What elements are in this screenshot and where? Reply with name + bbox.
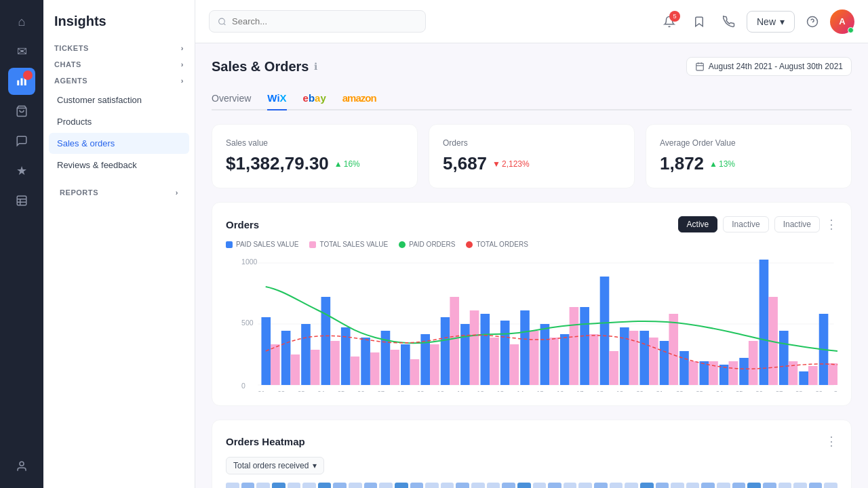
svg-text:07: 07 xyxy=(377,390,384,392)
tab-ebay[interactable]: ebay xyxy=(303,87,326,110)
page-title-row: Sales & Orders ℹ xyxy=(212,59,317,75)
svg-rect-65 xyxy=(530,331,539,385)
heatmap-grid xyxy=(226,483,837,488)
chart-title: Orders xyxy=(226,219,259,230)
search-icon xyxy=(218,17,226,26)
svg-rect-72 xyxy=(669,314,678,385)
svg-text:500: 500 xyxy=(241,319,254,327)
svg-rect-27 xyxy=(341,327,351,385)
tickets-header[interactable]: TICKETS › xyxy=(49,40,189,56)
svg-text:0: 0 xyxy=(241,382,245,390)
avatar[interactable]: A xyxy=(830,9,854,34)
icon-email[interactable]: ✉ xyxy=(8,38,35,65)
online-indicator xyxy=(848,27,854,33)
page-header: Sales & Orders ℹ August 24th 2021 - Augu… xyxy=(212,57,852,76)
icon-chart[interactable] xyxy=(8,68,35,95)
legend-paid-sales-dot xyxy=(226,241,233,248)
heatmap-cell xyxy=(578,483,592,488)
tab-amazon[interactable]: amazon xyxy=(342,87,376,110)
svg-rect-80 xyxy=(828,363,837,385)
reports-label: REPORTS xyxy=(60,188,98,197)
svg-rect-61 xyxy=(450,297,459,385)
heatmap-more-icon[interactable]: ⋮ xyxy=(825,434,837,449)
new-button[interactable]: New ▾ xyxy=(747,11,795,33)
svg-rect-57 xyxy=(370,352,380,385)
heatmap-cell xyxy=(732,483,746,488)
phone-icon[interactable] xyxy=(717,9,741,34)
heatmap-cell xyxy=(256,483,270,488)
notifications-icon[interactable]: 5 xyxy=(657,9,682,34)
avg-up-arrow: ▲ xyxy=(709,159,717,169)
sidebar-section-tickets: TICKETS › xyxy=(43,40,195,56)
reports-chevron: › xyxy=(176,188,178,197)
tab-wix[interactable]: WiX xyxy=(267,87,286,110)
svg-rect-64 xyxy=(509,344,519,385)
legend-paid-orders: PAID ORDERS xyxy=(399,241,455,248)
chart-btn-inactive2[interactable]: Inactive xyxy=(774,216,820,232)
svg-rect-49 xyxy=(779,331,789,385)
svg-text:14: 14 xyxy=(517,390,524,392)
search-box[interactable] xyxy=(209,10,426,33)
legend-total-sales-dot xyxy=(309,241,316,248)
icon-chat[interactable] xyxy=(8,127,35,155)
reports-section-header[interactable]: REPORTS › xyxy=(43,176,195,203)
svg-rect-36 xyxy=(520,310,530,385)
agents-header[interactable]: AGENTS › xyxy=(49,73,189,89)
chats-header[interactable]: CHATS › xyxy=(49,56,189,73)
chats-label: CHATS xyxy=(54,60,81,68)
heatmap-cell xyxy=(517,483,531,488)
heatmap-cell xyxy=(778,483,792,488)
heatmap-cell xyxy=(487,483,500,488)
sidebar-item-sales-orders[interactable]: Sales & orders xyxy=(49,133,189,154)
svg-line-10 xyxy=(224,23,225,24)
svg-rect-47 xyxy=(739,358,749,385)
heatmap-cell xyxy=(395,483,408,488)
heatmap-cell xyxy=(548,483,561,488)
heatmap-cell xyxy=(302,483,316,488)
tab-overview[interactable]: Overview xyxy=(212,87,251,110)
sidebar-item-reviews-feedback[interactable]: Reviews & feedback xyxy=(49,155,189,176)
agents-chevron: › xyxy=(181,77,184,85)
heatmap-cell xyxy=(564,483,577,488)
svg-rect-32 xyxy=(441,317,450,385)
new-button-chevron: ▾ xyxy=(780,16,785,27)
icon-cart[interactable] xyxy=(8,98,35,125)
icon-home[interactable]: ⌂ xyxy=(8,8,35,35)
heatmap-row xyxy=(226,483,837,488)
heatmap-filter-btn[interactable]: Total orders received ▾ xyxy=(226,457,324,474)
chart-btn-inactive1[interactable]: Inactive xyxy=(723,216,768,232)
bookmark-icon[interactable] xyxy=(687,9,711,34)
orders-down-arrow: ▼ xyxy=(492,159,500,169)
main: 5 New ▾ A Sales & Order xyxy=(195,0,868,488)
chart-area: 1000 500 0 xyxy=(226,256,837,392)
svg-text:12: 12 xyxy=(477,390,484,392)
help-icon[interactable] xyxy=(800,9,825,34)
metric-avg-order: Average Order Value 1,872 ▲ 13% xyxy=(646,124,852,188)
page-title: Sales & Orders xyxy=(212,59,309,75)
icon-table[interactable] xyxy=(8,187,35,214)
date-range[interactable]: August 24th 2021 - August 30th 2021 xyxy=(686,57,852,76)
svg-rect-60 xyxy=(430,344,439,385)
svg-rect-56 xyxy=(351,357,360,385)
sidebar-item-customer-satisfaction[interactable]: Customer satisfaction xyxy=(49,89,189,110)
search-input[interactable] xyxy=(232,16,417,26)
icon-user[interactable] xyxy=(8,453,35,480)
svg-point-9 xyxy=(219,18,225,24)
svg-text:11: 11 xyxy=(457,390,465,392)
icon-star[interactable]: ★ xyxy=(8,157,35,184)
svg-rect-42 xyxy=(639,331,649,385)
new-button-label: New xyxy=(757,16,776,27)
svg-rect-63 xyxy=(490,338,499,385)
heatmap-title: Orders Heatmap xyxy=(226,436,305,447)
info-icon[interactable]: ℹ xyxy=(314,61,317,72)
chart-more-icon[interactable]: ⋮ xyxy=(825,217,837,232)
heatmap-cell xyxy=(686,483,700,488)
chart-btn-active[interactable]: Active xyxy=(678,216,718,232)
reports-header[interactable]: REPORTS › xyxy=(54,184,184,201)
topbar-icons: 5 New ▾ A xyxy=(657,9,854,34)
svg-point-8 xyxy=(20,462,24,466)
sidebar-item-products[interactable]: Products xyxy=(49,111,189,132)
heatmap-filter-row: Total orders received ▾ xyxy=(226,457,837,474)
heatmap-cell xyxy=(625,483,638,488)
svg-rect-24 xyxy=(281,331,291,385)
